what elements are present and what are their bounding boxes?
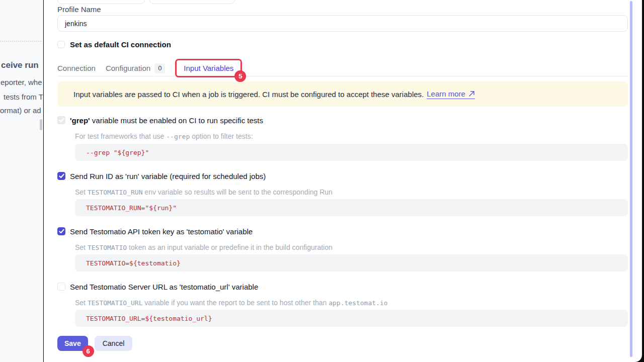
run-id-helper: Set TESTOMATIO_RUN env variable so resul… — [75, 188, 628, 196]
run-id-label: Send Run ID as 'run' variable (required … — [70, 172, 266, 180]
api-token-command: TESTOMATIO=${testomatio} — [86, 259, 181, 267]
inline-code: TESTOMATIO — [88, 244, 127, 251]
check-icon — [59, 229, 64, 234]
dashed-divider — [0, 41, 41, 42]
profile-name-label: Profile Name — [57, 5, 628, 14]
grep-code-block: --grep "${grep}" — [75, 144, 628, 161]
default-ci-checkbox-label: Set as default CI connection — [70, 40, 171, 49]
tab-input-variables[interactable]: Input Variables — [184, 64, 233, 72]
save-button-label: Save — [64, 339, 81, 347]
tab-configuration[interactable]: Configuration 0 — [106, 63, 165, 73]
tab-configuration-label: Configuration — [106, 64, 150, 72]
run-id-checkbox[interactable] — [57, 172, 65, 180]
grep-checkbox — [57, 116, 65, 124]
run-id-command: TESTOMATIO_RUN="${run}" — [86, 204, 177, 212]
external-link-icon — [468, 90, 475, 97]
check-icon — [59, 173, 64, 178]
default-ci-checkbox[interactable] — [57, 41, 65, 48]
save-button[interactable]: Save 6 — [57, 336, 88, 351]
background-heading-fragment: ceive run — [1, 60, 39, 70]
annotation-step-badge-5: 5 — [234, 70, 246, 82]
api-token-label: Send Testomatio API token key as 'testom… — [70, 227, 253, 236]
profile-name-input[interactable]: jenkins — [57, 15, 628, 32]
profile-name-value: jenkins — [65, 20, 87, 28]
annotation-step-badge-6: 6 — [83, 345, 94, 357]
info-banner: Input variables are passed to CI when a … — [57, 81, 628, 107]
check-icon — [59, 118, 64, 123]
background-text-fragment: tests from T — [4, 93, 43, 101]
inline-code: TESTOMATIO_URL — [88, 299, 143, 307]
ci-connection-modal: Profile Name jenkins Set as default CI c… — [44, 0, 642, 362]
tab-bar: Connection Configuration 0 Input Variabl… — [57, 60, 628, 76]
api-token-checkbox[interactable] — [57, 227, 65, 235]
info-banner-text: Input variables are passed to CI when a … — [73, 90, 424, 99]
background-text-fragment: eporter, whe — [1, 78, 42, 86]
server-url-checkbox[interactable] — [57, 283, 65, 291]
cutoff-input-left[interactable] — [57, 0, 145, 4]
learn-more-link[interactable]: Learn more — [427, 89, 475, 99]
left-panel-scrollbar-thumb[interactable] — [40, 119, 42, 130]
tab-connection[interactable]: Connection — [57, 64, 96, 72]
annotation-highlight-box: Input Variables 5 — [175, 59, 242, 77]
run-id-code-block: TESTOMATIO_RUN="${run}" — [75, 199, 628, 216]
grep-label: 'grep' variable must be enabled on CI to… — [70, 116, 263, 125]
inline-code: TESTOMATIO_RUN — [88, 189, 143, 196]
grep-command: --grep "${grep}" — [86, 149, 149, 156]
grep-helper: For test frameworks that use --grep opti… — [75, 132, 628, 140]
server-url-command: TESTOMATIO_URL=${testomatio_url} — [86, 315, 212, 322]
learn-more-label: Learn more — [427, 89, 465, 98]
server-url-label: Send Testomatio Server URL as 'testomati… — [70, 283, 258, 291]
server-url-helper: Set TESTOMATIO_URL variable if you want … — [75, 299, 628, 307]
background-page-fragment: ceive run eporter, whe tests from T orma… — [0, 0, 43, 362]
modal-scrollbar-thumb[interactable] — [630, 1, 632, 357]
cancel-button[interactable]: Cancel — [95, 336, 133, 351]
screen: ceive run eporter, whe tests from T orma… — [0, 0, 644, 362]
server-url-code-block: TESTOMATIO_URL=${testomatio_url} — [75, 310, 628, 327]
cutoff-inputs-row — [57, 0, 628, 4]
background-text-fragment: ormat) or ad — [0, 106, 41, 115]
inline-code: --grep — [166, 133, 190, 140]
cutoff-input-right[interactable] — [149, 0, 235, 4]
configuration-count-badge: 0 — [154, 63, 165, 73]
api-token-helper: Set TESTOMATIO token as an input variabl… — [75, 243, 628, 251]
cancel-button-label: Cancel — [103, 339, 125, 347]
api-token-code-block: TESTOMATIO=${testomatio} — [75, 254, 628, 272]
inline-code: app.testomat.io — [329, 299, 387, 307]
